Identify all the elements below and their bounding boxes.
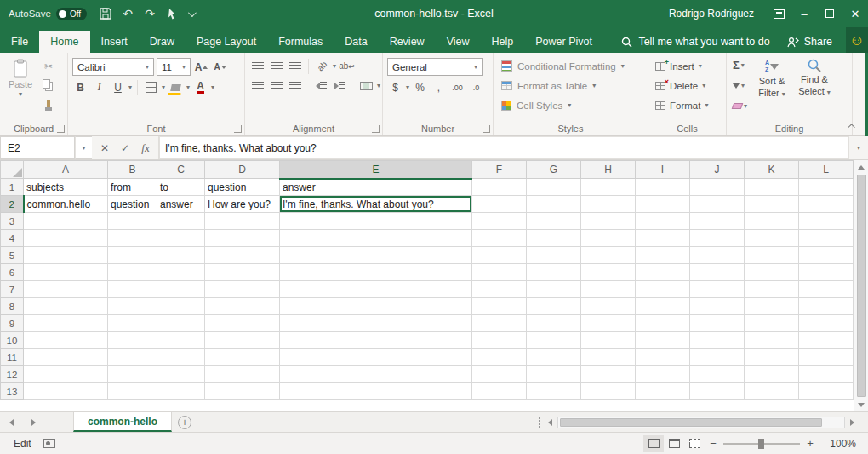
scroll-right-icon[interactable] <box>845 416 859 429</box>
cell-A3[interactable] <box>24 213 108 230</box>
autosave-pill[interactable]: Off <box>56 8 87 20</box>
cell-H6[interactable] <box>581 264 636 281</box>
cell-B3[interactable] <box>108 213 157 230</box>
zoom-slider-thumb[interactable] <box>758 439 764 449</box>
cell-G3[interactable] <box>527 213 581 230</box>
sort-filter-button[interactable]: AZ Sort & Filter ▾ <box>752 56 791 115</box>
insert-function-icon[interactable]: fx <box>136 139 155 158</box>
row-header-12[interactable]: 12 <box>1 366 24 383</box>
cell-I11[interactable] <box>636 349 690 366</box>
column-header-H[interactable]: H <box>581 161 636 179</box>
fill-button[interactable]: ▾ <box>731 77 749 95</box>
cell-C2[interactable]: answer <box>157 196 205 213</box>
cell-B9[interactable] <box>108 315 157 332</box>
tab-home[interactable]: Home <box>39 31 89 53</box>
cell-L5[interactable] <box>799 247 854 264</box>
cell-B4[interactable] <box>108 230 157 247</box>
cell-I6[interactable] <box>636 264 690 281</box>
cell-F12[interactable] <box>472 366 527 383</box>
bottom-align-icon[interactable] <box>287 58 303 74</box>
cell-K13[interactable] <box>745 383 799 400</box>
font-color-icon[interactable]: A <box>192 79 208 95</box>
cell-B1[interactable]: from <box>108 179 157 196</box>
cell-G8[interactable] <box>527 298 581 315</box>
font-size-combo[interactable]: 11 ▾ <box>157 58 191 76</box>
cell-A13[interactable] <box>24 383 108 400</box>
wrap-text-icon[interactable]: ab <box>339 58 355 74</box>
tab-review[interactable]: Review <box>379 31 436 53</box>
cell-F8[interactable] <box>472 298 527 315</box>
cell-J11[interactable] <box>690 349 745 366</box>
cell-L10[interactable] <box>799 332 854 349</box>
macro-record-icon[interactable] <box>43 439 55 448</box>
cell-C10[interactable] <box>157 332 205 349</box>
cell-B7[interactable] <box>108 281 157 298</box>
cell-E13[interactable] <box>280 383 472 400</box>
cell-I8[interactable] <box>636 298 690 315</box>
cell-C12[interactable] <box>157 366 205 383</box>
tab-file[interactable]: File <box>0 31 39 53</box>
cell-H1[interactable] <box>581 179 636 196</box>
cell-F11[interactable] <box>472 349 527 366</box>
cell-K7[interactable] <box>745 281 799 298</box>
row-header-11[interactable]: 11 <box>1 349 24 366</box>
alignment-dialog-launcher-icon[interactable] <box>372 125 380 133</box>
formula-bar-expand-icon[interactable]: ▾ <box>849 136 868 159</box>
cell-L9[interactable] <box>799 315 854 332</box>
feedback-button[interactable]: ☺ <box>846 27 868 53</box>
cell-L2[interactable] <box>799 196 854 213</box>
tellme-box[interactable]: Tell me what you want to do <box>613 31 778 53</box>
column-header-J[interactable]: J <box>690 161 745 179</box>
cell-K3[interactable] <box>745 213 799 230</box>
cell-J7[interactable] <box>690 281 745 298</box>
ribbon-display-options-icon[interactable] <box>766 0 791 27</box>
underline-dropdown-icon[interactable]: ▾ <box>128 84 132 91</box>
horizontal-scrollbar[interactable] <box>543 412 859 432</box>
cell-H5[interactable] <box>581 247 636 264</box>
cell-G11[interactable] <box>527 349 581 366</box>
horizontal-scroll-thumb[interactable] <box>560 418 822 427</box>
fill-color-icon[interactable] <box>168 79 184 95</box>
scroll-down-icon[interactable] <box>854 398 868 411</box>
cell-I12[interactable] <box>636 366 690 383</box>
name-box[interactable]: E2 <box>0 136 75 159</box>
undo-icon[interactable]: ↶ <box>117 3 138 25</box>
cell-C3[interactable] <box>157 213 205 230</box>
cell-I4[interactable] <box>636 230 690 247</box>
cell-I10[interactable] <box>636 332 690 349</box>
cell-F9[interactable] <box>472 315 527 332</box>
cell-F13[interactable] <box>472 383 527 400</box>
accounting-dropdown-icon[interactable]: ▾ <box>406 84 409 91</box>
cell-E3[interactable] <box>280 213 472 230</box>
enter-icon[interactable]: ✓ <box>116 139 134 158</box>
cell-G10[interactable] <box>527 332 581 349</box>
cell-A8[interactable] <box>24 298 108 315</box>
zoom-in-icon[interactable]: + <box>802 437 819 450</box>
zoom-level[interactable]: 100% <box>819 438 856 450</box>
cell-B11[interactable] <box>108 349 157 366</box>
cell-E5[interactable] <box>280 247 472 264</box>
cell-L8[interactable] <box>799 298 854 315</box>
cell-L6[interactable] <box>799 264 854 281</box>
cell-J6[interactable] <box>690 264 745 281</box>
clipboard-dialog-launcher-icon[interactable] <box>57 125 65 133</box>
cell-H10[interactable] <box>581 332 636 349</box>
tab-power-pivot[interactable]: Power Pivot <box>524 31 603 53</box>
percent-style-icon[interactable]: % <box>412 79 428 95</box>
cell-C5[interactable] <box>157 247 205 264</box>
shrink-font-icon[interactable]: A <box>212 59 228 75</box>
cell-L7[interactable] <box>799 281 854 298</box>
insert-cells-button[interactable]: Insert ▾ <box>653 56 722 76</box>
cell-A9[interactable] <box>24 315 108 332</box>
underline-button[interactable]: U <box>110 79 126 95</box>
accounting-format-icon[interactable]: $ <box>387 79 403 95</box>
cell-E1[interactable]: answer <box>280 179 472 196</box>
cell-F6[interactable] <box>472 264 527 281</box>
cell-K9[interactable] <box>745 315 799 332</box>
cell-F10[interactable] <box>472 332 527 349</box>
find-select-button[interactable]: Find & Select ▾ <box>795 56 834 115</box>
view-normal-icon[interactable] <box>643 435 664 452</box>
cell-E7[interactable] <box>280 281 472 298</box>
view-page-layout-icon[interactable] <box>664 435 684 452</box>
column-header-E[interactable]: E <box>280 161 472 179</box>
